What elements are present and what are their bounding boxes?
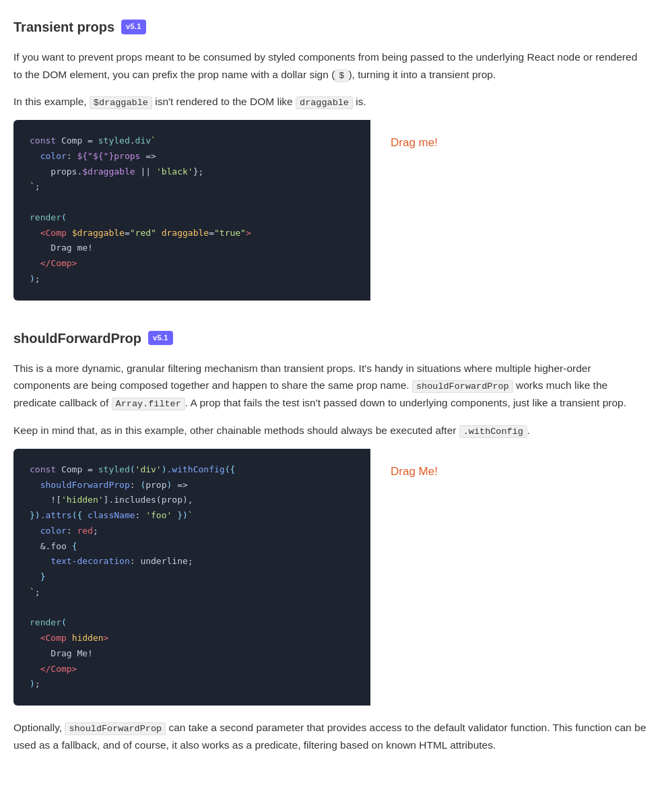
should-forward-prop-code-inline1: shouldForwardProp	[412, 380, 513, 393]
should-forward-prop-code: const Comp = styled('div').withConfig({ …	[30, 462, 354, 692]
transient-props-version-badge: v5.1	[121, 20, 146, 34]
drag-me-label[interactable]: Drag me!	[391, 133, 438, 152]
transient-props-para1: If you want to prevent props meant to be…	[13, 49, 649, 84]
should-forward-prop-version-badge: v5.1	[148, 331, 173, 346]
should-forward-prop-para2: Keep in mind that, as in this example, o…	[13, 422, 649, 439]
should-forward-prop-para1: This is a more dynamic, granular filteri…	[13, 360, 649, 412]
should-forward-prop-bottom-para: Optionally, shouldForwardProp can take a…	[13, 719, 649, 754]
draggable-dollar-code: $draggable	[90, 96, 152, 109]
transient-props-heading: Transient props	[13, 16, 114, 38]
transient-props-section: Transient props v5.1 If you want to prev…	[13, 16, 649, 301]
should-forward-prop-preview: Drag Me!	[370, 449, 649, 706]
dollar-sign-code: $	[335, 69, 348, 82]
should-forward-prop-title: shouldForwardProp v5.1	[13, 327, 649, 349]
should-forward-prop-code-block: const Comp = styled('div').withConfig({ …	[13, 449, 370, 706]
should-forward-prop-code-inline2: shouldForwardProp	[65, 722, 166, 735]
drag-me-label-2[interactable]: Drag Me!	[391, 462, 438, 480]
transient-props-preview: Drag me!	[370, 120, 649, 301]
draggable-code: draggable	[296, 96, 353, 109]
should-forward-prop-demo: const Comp = styled('div').withConfig({ …	[13, 449, 649, 706]
array-filter-code-inline: Array.filter	[112, 398, 185, 410]
with-config-code-inline: .withConfig	[459, 425, 527, 438]
transient-props-demo: const Comp = styled.div` color: ${"${"}p…	[13, 120, 649, 301]
transient-props-code: const Comp = styled.div` color: ${"${"}p…	[30, 133, 354, 287]
transient-props-code-block: const Comp = styled.div` color: ${"${"}p…	[13, 120, 370, 301]
should-forward-prop-section: shouldForwardProp v5.1 This is a more dy…	[13, 327, 649, 754]
should-forward-prop-heading: shouldForwardProp	[13, 327, 141, 349]
transient-props-title: Transient props v5.1	[13, 16, 649, 38]
transient-props-para2: In this example, $draggable isn't render…	[13, 93, 649, 111]
